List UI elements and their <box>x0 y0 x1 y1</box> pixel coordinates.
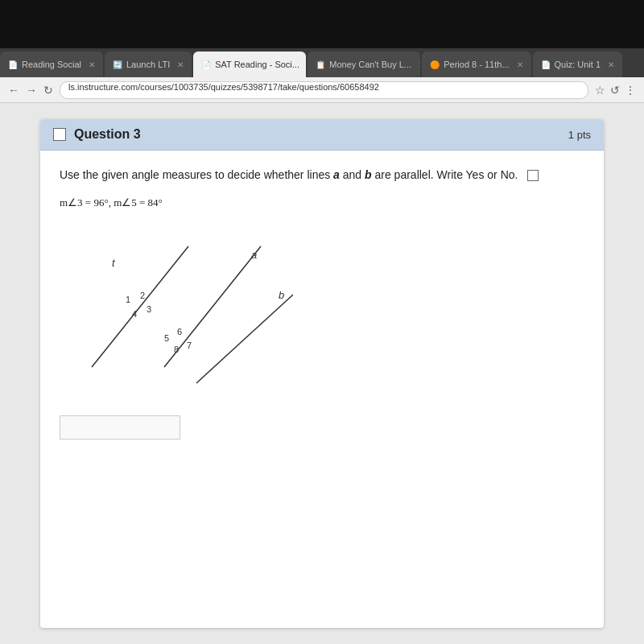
angle-label-1: 1 <box>126 295 130 304</box>
tab-period8-close[interactable]: ✕ <box>514 60 523 69</box>
angle-label-7: 7 <box>187 341 192 350</box>
menu-icon[interactable]: ⋮ <box>625 84 636 97</box>
forward-icon[interactable]: → <box>26 84 37 97</box>
diagram-svg: t a b 1 2 3 4 5 <box>68 222 293 399</box>
tab-reading-social[interactable]: 📄 Reading Social ✕ <box>0 52 103 77</box>
angle-label-5: 5 <box>164 333 169 343</box>
angle-label-8: 8 <box>174 345 179 354</box>
tab-sat-reading[interactable]: 📄 SAT Reading - Soci... ✕ <box>193 52 306 77</box>
tab-money-close[interactable]: ✕ <box>415 60 420 69</box>
refresh-icon-2[interactable]: ↺ <box>610 84 620 97</box>
question-text: Use the given angle measures to decide w… <box>60 167 584 184</box>
tab-sat-reading-label: SAT Reading - Soci... <box>215 60 299 69</box>
tab-quiz-unit-label: Quiz: Unit 1 <box>555 60 601 69</box>
angle-label-6: 6 <box>177 327 182 336</box>
tab-period8-label: Period 8 - 11th... <box>444 60 509 69</box>
question-points: 1 pts <box>568 129 591 141</box>
tab-period8-icon: 🟠 <box>430 60 440 69</box>
angle-label-3: 3 <box>147 304 151 314</box>
answer-input-box[interactable] <box>60 415 180 440</box>
address-bar: ← → ↻ ls.instructure.com/courses/1003735… <box>0 77 644 103</box>
tab-reading-social-close[interactable]: ✕ <box>85 60 95 69</box>
tab-bar: 📄 Reading Social ✕ 🔄 Launch LTI ✕ 📄 SAT … <box>0 48 644 77</box>
tab-money-icon: 📋 <box>316 60 325 69</box>
top-bar <box>0 0 644 48</box>
tab-money-label: Money Can't Buy L... <box>329 60 411 69</box>
tab-launch-lti-icon: 🔄 <box>113 60 122 69</box>
angle-label-4: 4 <box>132 309 137 319</box>
tab-period8[interactable]: 🟠 Period 8 - 11th... ✕ <box>422 52 530 77</box>
question-checkbox[interactable] <box>53 128 66 141</box>
tab-launch-lti-close[interactable]: ✕ <box>174 60 184 69</box>
tab-quiz-unit-icon: 📄 <box>541 60 551 69</box>
question-number-label: Question 3 <box>74 127 141 142</box>
tab-launch-lti-label: Launch LTI <box>126 60 170 69</box>
tab-money[interactable]: 📋 Money Can't Buy L... ✕ <box>308 52 420 77</box>
question-number-container: Question 3 <box>53 127 141 142</box>
main-content: Question 3 1 pts Use the given angle mea… <box>0 103 644 644</box>
quiz-container: Question 3 1 pts Use the given angle mea… <box>40 119 604 628</box>
back-icon[interactable]: ← <box>8 84 19 97</box>
angle-label-2: 2 <box>140 291 145 300</box>
address-icons: ☆ ↺ ⋮ <box>595 84 636 97</box>
cursor-icon <box>527 170 539 181</box>
tab-sat-reading-close[interactable]: ✕ <box>303 60 306 69</box>
diagram-container: t a b 1 2 3 4 5 <box>68 222 293 399</box>
question-header: Question 3 1 pts <box>40 119 604 151</box>
refresh-icon[interactable]: ↻ <box>43 84 53 97</box>
angle-info: m∠3 = 96°, m∠5 = 84° <box>60 196 584 209</box>
address-input[interactable]: ls.instructure.com/courses/1003735/quizz… <box>60 81 588 99</box>
tab-launch-lti[interactable]: 🔄 Launch LTI ✕ <box>105 52 192 77</box>
star-icon[interactable]: ☆ <box>595 84 605 97</box>
label-b: b <box>279 289 284 301</box>
tab-quiz-unit-close[interactable]: ✕ <box>605 60 614 69</box>
label-a: a <box>251 249 257 261</box>
tab-reading-social-icon: 📄 <box>8 60 18 69</box>
question-body: Use the given angle measures to decide w… <box>40 151 604 456</box>
tab-quiz-unit[interactable]: 📄 Quiz: Unit 1 ✕ <box>533 52 622 77</box>
label-t: t <box>112 257 116 269</box>
tab-reading-social-label: Reading Social <box>22 60 81 69</box>
tab-sat-reading-icon: 📄 <box>201 60 211 69</box>
